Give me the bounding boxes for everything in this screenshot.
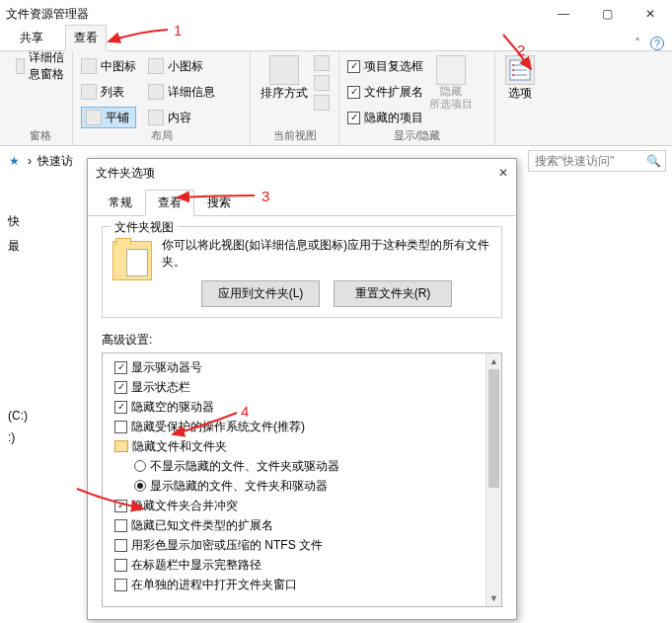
radio-icon bbox=[134, 460, 146, 472]
minimize-button[interactable]: — bbox=[542, 0, 585, 28]
tab-share[interactable]: 共享 bbox=[12, 26, 51, 50]
layout-details[interactable]: 详细信息 bbox=[148, 81, 215, 103]
details-icon bbox=[148, 84, 164, 100]
sidebar-item[interactable]: (C:) bbox=[8, 409, 61, 423]
options-button[interactable]: 选项 bbox=[505, 55, 535, 102]
adv-item-label: 显示状态栏 bbox=[131, 379, 190, 396]
scroll-up-icon[interactable]: ▲ bbox=[486, 353, 501, 369]
adv-item-label: 隐藏文件和文件夹 bbox=[132, 438, 227, 455]
adv-item-label: 显示驱动器号 bbox=[131, 359, 202, 376]
details-pane-button[interactable]: 详细信息窗格 bbox=[16, 55, 64, 77]
checkbox-icon bbox=[114, 401, 127, 414]
search-icon: 🔍 bbox=[646, 154, 661, 168]
scroll-thumb[interactable] bbox=[488, 369, 499, 488]
group-title-layout: 布局 bbox=[81, 128, 242, 143]
checkbox-icon bbox=[114, 500, 127, 512]
sidebar-item[interactable]: :) bbox=[8, 430, 61, 444]
checkbox-icon bbox=[114, 381, 127, 394]
adv-item[interactable]: 不显示隐藏的文件、文件夹或驱动器 bbox=[107, 456, 497, 476]
scrollbar[interactable]: ▲ ▼ bbox=[485, 353, 501, 606]
reset-folders-button[interactable]: 重置文件夹(R) bbox=[334, 280, 452, 307]
adv-item-label: 显示隐藏的文件、文件夹和驱动器 bbox=[150, 478, 328, 495]
check-hidden-items[interactable]: 隐藏的项目 bbox=[347, 107, 423, 128]
folder-options-dialog: 文件夹选项 ✕ 常规 查看 搜索 文件夹视图 你可以将此视图(如详细信息或图标)… bbox=[87, 158, 517, 620]
search-placeholder: 搜索"快速访问" bbox=[535, 153, 615, 170]
adv-item[interactable]: 用彩色显示加密或压缩的 NTFS 文件 bbox=[107, 535, 497, 555]
group-title-show-hide: 显示/隐藏 bbox=[347, 128, 486, 143]
breadcrumb-sep-icon: › bbox=[28, 154, 32, 168]
adv-item[interactable]: 显示隐藏的文件、文件夹和驱动器 bbox=[107, 476, 497, 496]
layout-tiles[interactable]: 平铺 bbox=[81, 107, 136, 128]
adv-item-label: 隐藏文件夹合并冲突 bbox=[131, 498, 238, 514]
group-panes: 详细信息窗格 窗格 bbox=[8, 51, 73, 145]
breadcrumb-quick-access[interactable]: 快速访 bbox=[37, 153, 73, 170]
adv-item-label: 在标题栏中显示完整路径 bbox=[131, 557, 261, 574]
adv-item-label: 隐藏受保护的操作系统文件(推荐) bbox=[131, 419, 305, 435]
add-columns-icon[interactable] bbox=[314, 75, 330, 91]
search-input[interactable]: 搜索"快速访问" 🔍 bbox=[528, 150, 666, 172]
apply-to-folders-button[interactable]: 应用到文件夹(L) bbox=[201, 280, 320, 307]
ribbon-tab-strip: 共享 查看 ˄ ? bbox=[0, 28, 672, 51]
ribbon-help-area: ˄ ? bbox=[635, 37, 672, 50]
layout-small-icons[interactable]: 小图标 bbox=[148, 55, 215, 77]
sidebar-item[interactable]: 最 bbox=[8, 238, 61, 255]
sort-button[interactable]: 排序方式 bbox=[261, 55, 308, 102]
adv-item[interactable]: 显示驱动器号 bbox=[107, 357, 497, 377]
check-item-checkboxes[interactable]: 项目复选框 bbox=[347, 55, 423, 77]
advanced-settings-label: 高级设置: bbox=[102, 332, 502, 349]
dialog-tab-general[interactable]: 常规 bbox=[96, 190, 145, 216]
window-title: 文件资源管理器 bbox=[6, 6, 89, 23]
scroll-down-icon[interactable]: ▼ bbox=[486, 590, 501, 606]
group-options: 选项 bbox=[495, 51, 545, 145]
dialog-tab-search[interactable]: 搜索 bbox=[194, 190, 244, 216]
tiles-icon bbox=[86, 110, 102, 125]
checkbox-icon bbox=[114, 539, 127, 552]
adv-item[interactable]: 隐藏文件夹合并冲突 bbox=[107, 496, 497, 515]
folder-icon bbox=[114, 440, 128, 452]
checkbox-icon bbox=[114, 519, 127, 532]
group-by-icon[interactable] bbox=[314, 55, 330, 71]
adv-item-label: 隐藏已知文件类型的扩展名 bbox=[131, 517, 273, 534]
adv-item[interactable]: 隐藏文件和文件夹 bbox=[107, 436, 497, 456]
adv-item[interactable]: 隐藏空的驱动器 bbox=[107, 397, 497, 417]
group-title-panes: 窗格 bbox=[16, 128, 64, 143]
dialog-tab-view[interactable]: 查看 bbox=[145, 190, 194, 216]
tab-view[interactable]: 查看 bbox=[65, 25, 107, 51]
adv-item[interactable]: 在标题栏中显示完整路径 bbox=[107, 555, 497, 575]
maximize-button[interactable]: ▢ bbox=[585, 0, 629, 28]
checkbox-icon bbox=[347, 112, 360, 124]
radio-icon bbox=[134, 480, 146, 492]
adv-item[interactable]: 显示状态栏 bbox=[107, 377, 497, 397]
adv-item[interactable]: 在单独的进程中打开文件夹窗口 bbox=[107, 575, 497, 594]
checkbox-icon bbox=[114, 361, 127, 374]
layout-list[interactable]: 列表 bbox=[81, 81, 136, 103]
size-columns-icon[interactable] bbox=[314, 95, 330, 111]
check-file-ext[interactable]: 文件扩展名 bbox=[347, 81, 423, 103]
folder-views-legend: 文件夹视图 bbox=[111, 219, 178, 236]
help-icon[interactable]: ? bbox=[650, 37, 664, 50]
dialog-title: 文件夹选项 bbox=[96, 165, 155, 182]
adv-item-label: 不显示隐藏的文件、文件夹或驱动器 bbox=[150, 458, 339, 475]
close-button[interactable]: ✕ bbox=[629, 0, 672, 28]
small-icons-icon bbox=[148, 58, 164, 74]
adv-item[interactable]: 隐藏受保护的操作系统文件(推荐) bbox=[107, 417, 497, 436]
advanced-settings-list[interactable]: 显示驱动器号显示状态栏隐藏空的驱动器隐藏受保护的操作系统文件(推荐)隐藏文件和文… bbox=[102, 352, 502, 607]
dialog-close-button[interactable]: ✕ bbox=[498, 166, 508, 180]
checkbox-icon bbox=[347, 86, 360, 99]
content-icon bbox=[148, 110, 164, 125]
svg-point-5 bbox=[512, 69, 514, 71]
dialog-body: 文件夹视图 你可以将此视图(如详细信息或图标)应用于这种类型的所有文件夹。 应用… bbox=[88, 216, 516, 619]
sidebar-item[interactable]: 快 bbox=[8, 213, 61, 230]
hide-selected-button[interactable]: 隐藏所选项目 bbox=[429, 55, 473, 128]
folder-views-text: 你可以将此视图(如详细信息或图标)应用于这种类型的所有文件夹。 bbox=[162, 237, 491, 271]
adv-item[interactable]: 隐藏已知文件类型的扩展名 bbox=[107, 515, 497, 535]
group-current-view: 排序方式 当前视图 bbox=[251, 51, 339, 145]
ribbon-body: 详细信息窗格 窗格 中图标 列表 平铺 小图标 详细信息 内容 布局 排序方式 bbox=[0, 51, 672, 146]
layout-content[interactable]: 内容 bbox=[148, 107, 215, 128]
group-layout: 中图标 列表 平铺 小图标 详细信息 内容 布局 bbox=[73, 51, 251, 145]
layout-medium-icons[interactable]: 中图标 bbox=[81, 55, 136, 77]
ribbon-collapse-icon[interactable]: ˄ bbox=[635, 37, 640, 50]
sort-icon bbox=[269, 55, 299, 85]
breadcrumb-star-icon[interactable]: ★ bbox=[6, 154, 22, 168]
svg-point-6 bbox=[512, 74, 514, 76]
